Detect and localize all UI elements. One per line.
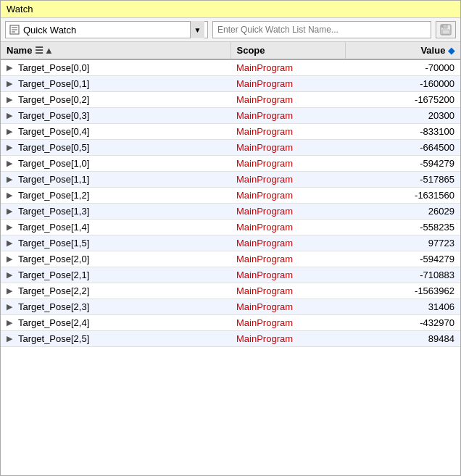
value-cell: -160000 [346, 76, 461, 92]
expand-icon[interactable]: ▶ [7, 111, 15, 120]
svg-rect-6 [442, 30, 449, 34]
table-row[interactable]: ▶Target_Pose[2,5]MainProgram89484 [1, 331, 460, 347]
name-cell: ▶Target_Pose[0,2] [1, 92, 230, 108]
scope-cell: MainProgram [230, 267, 346, 283]
expand-icon[interactable]: ▶ [7, 206, 15, 216]
expand-icon[interactable]: ▶ [7, 191, 15, 200]
value-cell: 31406 [346, 299, 461, 315]
svg-rect-5 [443, 25, 447, 28]
name-cell: ▶Target_Pose[1,2] [1, 188, 230, 204]
table-row[interactable]: ▶Target_Pose[1,0]MainProgram-594279 [1, 156, 460, 172]
table-row[interactable]: ▶Target_Pose[2,1]MainProgram-710883 [1, 267, 460, 283]
save-icon [439, 23, 452, 36]
table-row[interactable]: ▶Target_Pose[2,2]MainProgram-1563962 [1, 283, 460, 299]
title-bar: Watch [1, 1, 460, 18]
expand-icon[interactable]: ▶ [7, 318, 15, 327]
table-row[interactable]: ▶Target_Pose[0,4]MainProgram-833100 [1, 124, 460, 140]
value-cell: 20300 [346, 108, 461, 124]
value-cell: -594279 [346, 156, 461, 172]
scope-cell: MainProgram [230, 251, 346, 267]
value-cell: 97723 [346, 235, 461, 251]
expand-icon[interactable]: ▶ [7, 95, 15, 104]
expand-icon[interactable]: ▶ [7, 143, 15, 152]
name-cell: ▶Target_Pose[2,1] [1, 267, 230, 283]
watch-list-name-input[interactable] [212, 21, 431, 38]
scope-cell: MainProgram [230, 124, 346, 140]
dropdown-arrow-icon[interactable]: ▼ [190, 21, 204, 38]
watch-list-dropdown[interactable]: Quick Watch ▼ [5, 21, 208, 38]
svg-rect-7 [441, 25, 443, 28]
value-cell: -833100 [346, 124, 461, 140]
expand-icon[interactable]: ▶ [7, 334, 15, 343]
value-cell: -594279 [346, 251, 461, 267]
name-cell: ▶Target_Pose[2,5] [1, 331, 230, 347]
value-col-sort-icon: ◆ [448, 46, 454, 56]
scope-cell: MainProgram [230, 59, 346, 76]
name-cell: ▶Target_Pose[0,0] [1, 59, 230, 76]
table-row[interactable]: ▶Target_Pose[2,3]MainProgram31406 [1, 299, 460, 315]
value-cell: -710883 [346, 267, 461, 283]
name-cell: ▶Target_Pose[2,2] [1, 283, 230, 299]
scope-cell: MainProgram [230, 92, 346, 108]
table-row[interactable]: ▶Target_Pose[2,0]MainProgram-594279 [1, 251, 460, 267]
expand-icon[interactable]: ▶ [7, 286, 15, 296]
value-cell: -517865 [346, 172, 461, 188]
table-row[interactable]: ▶Target_Pose[0,3]MainProgram20300 [1, 108, 460, 124]
value-cell: -1675200 [346, 92, 461, 108]
table-row[interactable]: ▶Target_Pose[1,1]MainProgram-517865 [1, 172, 460, 188]
expand-icon[interactable]: ▶ [7, 270, 15, 280]
expand-icon[interactable]: ▶ [7, 175, 15, 184]
value-cell: 89484 [346, 331, 461, 347]
table-row[interactable]: ▶Target_Pose[2,4]MainProgram-432970 [1, 315, 460, 331]
name-cell: ▶Target_Pose[0,3] [1, 108, 230, 124]
table-row[interactable]: ▶Target_Pose[0,0]MainProgram-70000 [1, 59, 460, 76]
expand-icon[interactable]: ▶ [7, 63, 15, 72]
expand-icon[interactable]: ▶ [7, 302, 15, 312]
window-title: Watch [7, 4, 33, 14]
name-cell: ▶Target_Pose[0,4] [1, 124, 230, 140]
name-cell: ▶Target_Pose[1,5] [1, 235, 230, 251]
save-button[interactable] [436, 21, 456, 38]
name-col-sort-icons: ☰▲ [35, 45, 54, 56]
scope-cell: MainProgram [230, 220, 346, 235]
expand-icon[interactable]: ▶ [7, 238, 15, 248]
expand-icon[interactable]: ▶ [7, 127, 15, 136]
scope-cell: MainProgram [230, 283, 346, 299]
table-row[interactable]: ▶Target_Pose[0,5]MainProgram-664500 [1, 140, 460, 156]
expand-icon[interactable]: ▶ [7, 222, 15, 232]
table-container: Name ☰▲ Scope Value ◆ ▶Target_Pose[0,0] [1, 42, 460, 475]
table-row[interactable]: ▶Target_Pose[1,2]MainProgram-1631560 [1, 188, 460, 204]
expand-icon[interactable]: ▶ [7, 79, 15, 88]
scope-cell: MainProgram [230, 172, 346, 188]
scope-cell: MainProgram [230, 299, 346, 315]
table-row[interactable]: ▶Target_Pose[0,1]MainProgram-160000 [1, 76, 460, 92]
table-row[interactable]: ▶Target_Pose[0,2]MainProgram-1675200 [1, 92, 460, 108]
name-column-header[interactable]: Name ☰▲ [1, 42, 230, 59]
table-row[interactable]: ▶Target_Pose[1,5]MainProgram97723 [1, 235, 460, 251]
watch-window: Watch Quick Watch ▼ [0, 0, 461, 476]
toolbar: Quick Watch ▼ [1, 18, 460, 42]
name-cell: ▶Target_Pose[1,3] [1, 204, 230, 220]
scope-cell: MainProgram [230, 108, 346, 124]
table-header-row: Name ☰▲ Scope Value ◆ [1, 42, 460, 59]
watch-list-label: Quick Watch [23, 25, 190, 36]
scope-column-header[interactable]: Scope [230, 42, 346, 59]
value-cell: -1563962 [346, 283, 461, 299]
value-cell: -432970 [346, 315, 461, 331]
name-cell: ▶Target_Pose[1,1] [1, 172, 230, 188]
scope-cell: MainProgram [230, 76, 346, 92]
value-cell: -664500 [346, 140, 461, 156]
name-cell: ▶Target_Pose[0,5] [1, 140, 230, 156]
value-cell: -1631560 [346, 188, 461, 204]
value-column-header[interactable]: Value ◆ [346, 42, 461, 59]
name-cell: ▶Target_Pose[2,0] [1, 251, 230, 267]
name-cell: ▶Target_Pose[1,0] [1, 156, 230, 172]
expand-icon[interactable]: ▶ [7, 159, 15, 168]
watch-table: Name ☰▲ Scope Value ◆ ▶Target_Pose[0,0] [1, 42, 460, 347]
scope-cell: MainProgram [230, 331, 346, 347]
expand-icon[interactable]: ▶ [7, 254, 15, 264]
scope-cell: MainProgram [230, 315, 346, 331]
table-row[interactable]: ▶Target_Pose[1,4]MainProgram-558235 [1, 220, 460, 235]
value-cell: -70000 [346, 59, 461, 76]
table-row[interactable]: ▶Target_Pose[1,3]MainProgram26029 [1, 204, 460, 220]
